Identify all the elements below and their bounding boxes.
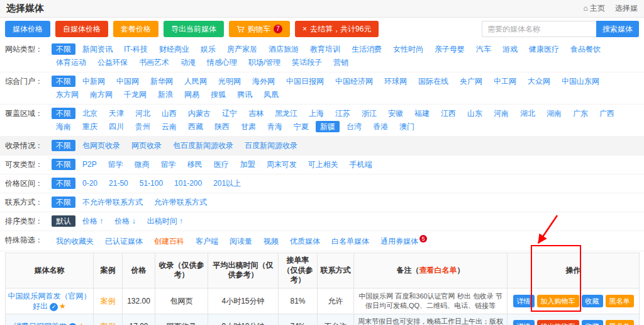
- filter-option[interactable]: 辽宁: [218, 108, 242, 119]
- filter-option[interactable]: 书画艺术: [135, 57, 174, 68]
- filter-option[interactable]: 微商: [130, 159, 154, 170]
- blacklist-button[interactable]: 黑名单: [606, 295, 634, 308]
- favorite-button[interactable]: 收藏: [582, 295, 603, 308]
- filter-option[interactable]: 浙江: [357, 108, 381, 119]
- filter-option[interactable]: 优质媒体: [286, 236, 325, 247]
- filter-option[interactable]: 食品餐饮: [566, 43, 605, 55]
- filter-option[interactable]: 教育培训: [306, 43, 345, 55]
- filter-option[interactable]: 房产家居: [223, 43, 262, 55]
- filter-option[interactable]: 笑话段子: [287, 57, 326, 68]
- filter-option[interactable]: 光明网: [214, 76, 245, 87]
- filter-option[interactable]: 大众网: [523, 76, 555, 87]
- filter-option[interactable]: 山东: [463, 108, 487, 119]
- filter-option[interactable]: 西藏: [184, 121, 208, 132]
- filter-option[interactable]: 香港: [369, 121, 392, 132]
- search-media-button[interactable]: 搜索媒体: [596, 21, 639, 37]
- package-price-button[interactable]: 套餐价格: [113, 21, 158, 37]
- filter-option[interactable]: 创建百科: [150, 236, 189, 247]
- checkout-button[interactable]: × 去结算，共计96元: [295, 21, 379, 37]
- case-link[interactable]: 案例: [101, 322, 116, 325]
- filter-option[interactable]: 营销: [329, 57, 353, 68]
- filter-option[interactable]: 国际在线: [414, 76, 453, 87]
- filter-option[interactable]: 酒店旅游: [264, 43, 303, 55]
- filter-option[interactable]: 南方网: [86, 89, 117, 100]
- filter-option[interactable]: 海外网: [248, 76, 279, 87]
- filter-option[interactable]: 包网页收录: [78, 140, 125, 151]
- filter-option[interactable]: 搜狐: [206, 89, 230, 100]
- filter-option[interactable]: 广西: [595, 108, 619, 119]
- filter-option[interactable]: 广东: [569, 108, 592, 119]
- filter-option[interactable]: 新浪: [153, 89, 177, 100]
- filter-option[interactable]: 不限: [52, 140, 75, 151]
- filter-option[interactable]: 职场/管理: [244, 57, 285, 68]
- filter-option[interactable]: 不限: [52, 76, 75, 87]
- filter-option[interactable]: 视频: [259, 236, 283, 247]
- filter-option[interactable]: 河北: [131, 108, 155, 119]
- detail-button[interactable]: 详情: [513, 320, 535, 325]
- filter-option[interactable]: 公益环保: [93, 57, 132, 68]
- filter-option[interactable]: 中工网: [489, 76, 521, 87]
- tab-select-media[interactable]: 选择媒: [615, 3, 638, 14]
- filter-option[interactable]: 包百度新闻源收录: [169, 140, 238, 151]
- filter-option[interactable]: 不限: [52, 43, 75, 55]
- media-name-link[interactable]: 消费日报网首发: [14, 322, 67, 325]
- filter-option[interactable]: 体育运动: [52, 57, 91, 68]
- whitelist-link[interactable]: 查看白名单: [419, 266, 457, 275]
- filter-option[interactable]: 网易: [180, 89, 204, 100]
- remove-from-cart-button[interactable]: 移出购物车: [537, 320, 579, 325]
- media-price-button[interactable]: 媒体价格: [5, 21, 50, 37]
- filter-option[interactable]: 上海: [304, 108, 328, 119]
- filter-option[interactable]: 亲子母婴: [430, 43, 469, 55]
- filter-option[interactable]: 人民网: [180, 76, 211, 87]
- filter-option[interactable]: 陕西: [210, 121, 234, 132]
- filter-option[interactable]: 留学: [157, 159, 180, 170]
- filter-option[interactable]: 新闻资讯: [78, 43, 117, 55]
- filter-option[interactable]: 河南: [489, 108, 513, 119]
- filter-option[interactable]: 腾讯: [233, 89, 257, 100]
- filter-option[interactable]: 101-200: [170, 178, 206, 189]
- filter-option[interactable]: 不限: [52, 178, 75, 189]
- filter-option[interactable]: 健康医疗: [525, 43, 564, 55]
- home-link[interactable]: ⌂ 主页: [583, 3, 605, 14]
- filter-option[interactable]: 游戏: [498, 43, 522, 55]
- filter-option[interactable]: 通用券媒体5: [376, 234, 431, 247]
- filter-option[interactable]: 51-100: [135, 178, 167, 189]
- filter-option[interactable]: 不限: [52, 197, 75, 208]
- filter-option[interactable]: 移民: [183, 159, 207, 170]
- filter-option[interactable]: 加盟: [236, 159, 260, 170]
- filter-option[interactable]: 中国经济网: [331, 76, 377, 87]
- filter-option[interactable]: 默认: [52, 215, 75, 227]
- filter-option[interactable]: P2P: [78, 159, 101, 170]
- filter-option[interactable]: 医疗: [209, 159, 233, 170]
- filter-option[interactable]: 女性时尚: [389, 43, 428, 55]
- filter-option[interactable]: 百度新闻源收录: [240, 140, 302, 151]
- filter-option[interactable]: 新华网: [146, 76, 177, 87]
- filter-option[interactable]: 内蒙古: [184, 108, 215, 119]
- filter-option[interactable]: 新疆: [316, 121, 340, 132]
- filter-option[interactable]: 中新网: [78, 76, 109, 87]
- blacklist-button[interactable]: 黑名单: [606, 320, 634, 325]
- cart-button[interactable]: 购物车 7: [229, 21, 290, 37]
- filter-option[interactable]: 生活消费: [347, 43, 386, 55]
- filter-option[interactable]: 价格 ↑: [78, 215, 108, 227]
- filter-option[interactable]: 吉林: [244, 108, 268, 119]
- filter-option[interactable]: 不允许带联系方式: [78, 197, 147, 208]
- filter-option[interactable]: 甘肃: [236, 121, 260, 132]
- filter-option[interactable]: 山西: [157, 108, 181, 119]
- add-to-cart-button[interactable]: 加入购物车: [537, 295, 579, 308]
- filter-option[interactable]: 客户端: [191, 236, 223, 247]
- filter-option[interactable]: 阅读量: [225, 236, 257, 247]
- filter-option[interactable]: 重庆: [78, 121, 102, 132]
- filter-option[interactable]: 汽车: [472, 43, 496, 55]
- filter-option[interactable]: 千龙网: [119, 89, 151, 100]
- search-input[interactable]: [482, 21, 596, 37]
- filter-option[interactable]: 江西: [436, 108, 460, 119]
- filter-option[interactable]: 娱乐: [196, 43, 220, 55]
- filter-option[interactable]: 黑龙江: [270, 108, 302, 119]
- filter-option[interactable]: 不限: [52, 108, 75, 119]
- filter-option[interactable]: 中国山东网: [557, 76, 604, 87]
- filter-option[interactable]: 贵州: [131, 121, 155, 132]
- self-media-price-button[interactable]: 自媒体价格: [55, 21, 108, 37]
- filter-option[interactable]: 21-50: [104, 178, 133, 189]
- filter-option[interactable]: 情感心理: [203, 57, 242, 68]
